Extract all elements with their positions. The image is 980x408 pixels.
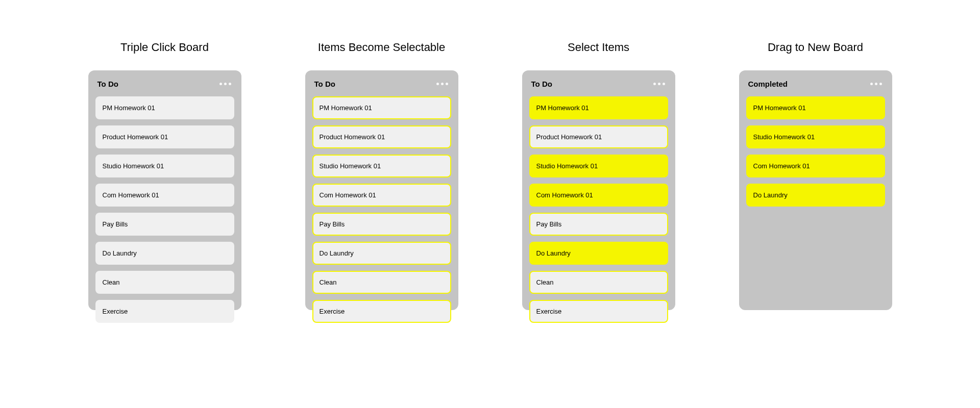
column-3: Drag to New BoardCompletedPM Homework 01… (717, 41, 914, 408)
more-icon[interactable] (870, 83, 882, 85)
cards-container: PM Homework 01Studio Homework 01Com Home… (746, 96, 885, 207)
column-title: Triple Click Board (120, 41, 209, 54)
board-title: To Do (531, 80, 552, 88)
card[interactable]: Studio Homework 01 (312, 155, 451, 177)
card[interactable]: Com Homework 01 (312, 184, 451, 207)
board-header: To Do (312, 78, 451, 90)
column-0: Triple Click BoardTo DoPM Homework 01Pro… (66, 41, 263, 408)
board-header: To Do (529, 78, 668, 90)
board-title: To Do (97, 80, 118, 88)
card[interactable]: Clean (95, 271, 234, 294)
board[interactable]: To DoPM Homework 01Product Homework 01St… (522, 70, 675, 310)
column-title: Select Items (568, 41, 629, 54)
card[interactable]: Do Laundry (95, 242, 234, 265)
column-title: Drag to New Board (768, 41, 863, 54)
card[interactable]: Com Homework 01 (746, 155, 885, 177)
board[interactable]: To DoPM Homework 01Product Homework 01St… (305, 70, 458, 310)
column-2: Select ItemsTo DoPM Homework 01Product H… (500, 41, 697, 408)
cards-container: PM Homework 01Product Homework 01Studio … (529, 96, 668, 323)
board-header: To Do (95, 78, 234, 90)
column-title: Items Become Selectable (318, 41, 445, 54)
card[interactable]: Com Homework 01 (529, 184, 668, 207)
card[interactable]: Do Laundry (746, 184, 885, 207)
card[interactable]: Clean (312, 271, 451, 294)
card[interactable]: Studio Homework 01 (529, 155, 668, 177)
card[interactable]: Do Laundry (312, 242, 451, 265)
card[interactable]: Exercise (312, 300, 451, 323)
card[interactable]: Exercise (95, 300, 234, 323)
card[interactable]: Studio Homework 01 (746, 125, 885, 148)
card[interactable]: PM Homework 01 (746, 96, 885, 119)
board[interactable]: CompletedPM Homework 01Studio Homework 0… (739, 70, 892, 310)
card[interactable]: PM Homework 01 (529, 96, 668, 119)
column-1: Items Become SelectableTo DoPM Homework … (283, 41, 480, 408)
card[interactable]: Clean (529, 271, 668, 294)
card[interactable]: Product Homework 01 (312, 125, 451, 148)
more-icon[interactable] (436, 83, 448, 85)
cards-container: PM Homework 01Product Homework 01Studio … (95, 96, 234, 323)
more-icon[interactable] (653, 83, 665, 85)
card[interactable]: Pay Bills (529, 213, 668, 236)
card[interactable]: PM Homework 01 (312, 96, 451, 119)
board-title: To Do (314, 80, 335, 88)
board-title: Completed (748, 80, 788, 88)
card[interactable]: Studio Homework 01 (95, 155, 234, 177)
card[interactable]: PM Homework 01 (95, 96, 234, 119)
card[interactable]: Exercise (529, 300, 668, 323)
card[interactable]: Pay Bills (312, 213, 451, 236)
card[interactable]: Do Laundry (529, 242, 668, 265)
card[interactable]: Product Homework 01 (95, 125, 234, 148)
cards-container: PM Homework 01Product Homework 01Studio … (312, 96, 451, 323)
board-header: Completed (746, 78, 885, 90)
more-icon[interactable] (219, 83, 231, 85)
card[interactable]: Com Homework 01 (95, 184, 234, 207)
card[interactable]: Product Homework 01 (529, 125, 668, 148)
card[interactable]: Pay Bills (95, 213, 234, 236)
board[interactable]: To DoPM Homework 01Product Homework 01St… (88, 70, 241, 310)
